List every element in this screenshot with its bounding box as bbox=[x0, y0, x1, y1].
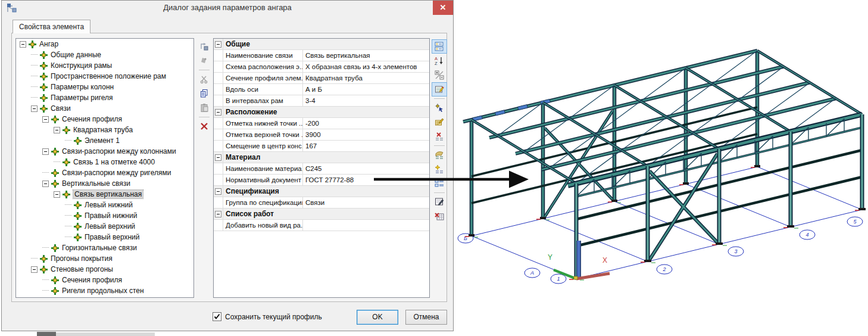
tree-expander-icon[interactable] bbox=[54, 127, 60, 133]
checkbox-box[interactable] bbox=[213, 312, 221, 321]
tree-expander-icon[interactable] bbox=[42, 116, 49, 123]
property-value[interactable]: Связи bbox=[303, 197, 429, 209]
tree-expander-icon[interactable] bbox=[54, 191, 60, 198]
title-bar[interactable]: Диалог задания параметров ангара ✕ bbox=[2, 1, 453, 16]
tree-expander-icon[interactable] bbox=[42, 148, 49, 155]
new-entry-icon[interactable] bbox=[432, 162, 447, 176]
property-value[interactable]: Х образная связь из 4-х элементов bbox=[303, 61, 429, 73]
categorized-view-icon[interactable] bbox=[432, 39, 447, 54]
delete-icon[interactable] bbox=[197, 120, 211, 133]
pick-element-icon[interactable] bbox=[432, 101, 447, 115]
tree-item[interactable]: Связи-распорки между колоннами bbox=[16, 146, 193, 157]
tree-item[interactable]: Ригели продольных стен bbox=[16, 285, 193, 296]
tree-item[interactable]: Связи-распорки между ригелями bbox=[16, 167, 193, 178]
tree-item[interactable]: Правый нижний bbox=[16, 210, 193, 221]
expand-collapse-icon[interactable] bbox=[432, 68, 447, 82]
tree-item[interactable]: Параметры ригеля bbox=[16, 92, 193, 103]
tab-element-properties[interactable]: Свойства элемента bbox=[13, 20, 90, 33]
tree-item[interactable]: Левый верхний bbox=[16, 221, 193, 232]
structure-tree[interactable]: АнгарОбщие данныеКонструкция рамыПростра… bbox=[15, 38, 194, 298]
property-value[interactable]: -200 bbox=[303, 118, 429, 129]
property-value[interactable]: 3900 bbox=[303, 129, 429, 141]
tree-expander-icon[interactable] bbox=[20, 41, 26, 48]
model-viewport-3d[interactable]: БА1 234 5 bbox=[457, 36, 868, 336]
tree-item[interactable]: Связь 1 на отметке 4000 bbox=[16, 157, 193, 167]
tree-item[interactable]: Левый нижний bbox=[16, 200, 193, 210]
copy-icon[interactable] bbox=[197, 87, 211, 100]
cancel-button[interactable]: Отмена bbox=[405, 310, 447, 325]
tree-item-label: Связи-распорки между ригелями bbox=[62, 169, 171, 177]
property-grid[interactable]: ОбщиеНаименование связиСвязь вертикальна… bbox=[213, 38, 430, 298]
tree-expander-icon[interactable] bbox=[42, 181, 49, 187]
dialog-footer: Сохранить текущий профиль OK Отмена bbox=[2, 302, 453, 331]
cut-icon[interactable] bbox=[197, 73, 211, 86]
section-collapse[interactable] bbox=[214, 186, 223, 197]
edit-note-icon[interactable] bbox=[432, 115, 447, 129]
property-label: Смещение в центр конс... bbox=[223, 141, 303, 152]
edit-properties-icon[interactable] bbox=[432, 82, 447, 97]
tree-item[interactable]: Связи bbox=[16, 103, 193, 114]
collapse-icon[interactable] bbox=[215, 188, 221, 195]
section-collapse[interactable] bbox=[214, 107, 223, 118]
paste-icon[interactable] bbox=[197, 101, 211, 114]
tree-connector bbox=[42, 247, 49, 248]
tree-item[interactable]: Квадратная труба bbox=[16, 125, 193, 135]
property-value[interactable]: 167 bbox=[303, 141, 429, 152]
tree-item-label: Ангар bbox=[39, 40, 58, 48]
property-value[interactable]: Связь вертикальная bbox=[303, 50, 429, 61]
row-gutter bbox=[214, 61, 223, 73]
tree-item[interactable]: Связь вертикальная bbox=[16, 189, 193, 200]
sort-az-icon[interactable]: AZ bbox=[432, 54, 447, 68]
tree-item[interactable]: Правый верхний bbox=[16, 232, 193, 242]
svg-text:4: 4 bbox=[805, 232, 808, 238]
tree-node-icon bbox=[51, 244, 59, 252]
tree-item-label: Связи-распорки между колоннами bbox=[62, 147, 176, 155]
property-label: Сечение профиля элем... bbox=[223, 73, 303, 84]
tree-expander-icon[interactable] bbox=[31, 105, 38, 112]
tree-expander-icon[interactable] bbox=[31, 266, 38, 273]
section-collapse[interactable] bbox=[214, 209, 223, 220]
insert-element-icon[interactable] bbox=[197, 40, 211, 53]
tree-item[interactable]: Ангар bbox=[16, 39, 193, 49]
tree-item[interactable]: Элемент 1 bbox=[16, 135, 193, 146]
tree-item[interactable]: Параметры колонн bbox=[16, 82, 193, 92]
property-value[interactable] bbox=[303, 220, 429, 231]
clear-field-icon[interactable] bbox=[432, 129, 447, 144]
screenshot-root: Диалог задания параметров ангара ✕ Свойс… bbox=[0, 0, 868, 336]
property-value[interactable]: А и Б bbox=[303, 84, 429, 95]
tree-selected-highlight: Связь вертикальная bbox=[73, 190, 143, 198]
tree-item[interactable]: Сечения профиля bbox=[16, 275, 193, 285]
collapse-icon[interactable] bbox=[215, 154, 221, 161]
tree-item[interactable]: Сечения профиля bbox=[16, 114, 193, 125]
tree-item-label: Параметры колонн bbox=[51, 83, 114, 91]
tree-item[interactable]: Прогоны покрытия bbox=[16, 253, 193, 264]
front-columns bbox=[576, 114, 862, 279]
save-profile-checkbox[interactable]: Сохранить текущий профиль bbox=[213, 312, 322, 321]
tree-item[interactable]: Горизонтальные связи bbox=[16, 242, 193, 253]
list-entries-icon[interactable] bbox=[432, 176, 447, 191]
tree-item[interactable]: Конструкция рамы bbox=[16, 60, 193, 71]
tree-item[interactable]: Стеновые прогоны bbox=[16, 264, 193, 275]
collapse-icon[interactable] bbox=[215, 109, 221, 116]
tree-connector bbox=[65, 140, 71, 141]
tree-item[interactable]: Вертикальные связи bbox=[16, 178, 193, 189]
ok-button[interactable]: OK bbox=[357, 310, 398, 325]
collapse-icon[interactable] bbox=[215, 41, 221, 48]
apply-note-icon[interactable] bbox=[432, 148, 447, 162]
property-value[interactable]: ГОСТ 27772-88 bbox=[303, 175, 429, 186]
tree-item[interactable]: Пространственное положение рам bbox=[16, 71, 193, 82]
property-value[interactable]: 3-4 bbox=[303, 95, 429, 107]
tree-item-label: Вертикальные связи bbox=[62, 179, 130, 188]
delete-table-entry-icon[interactable] bbox=[432, 209, 447, 223]
property-value[interactable]: Квадратная труба bbox=[303, 73, 429, 84]
tree-item-label: Пространственное положение рам bbox=[51, 72, 166, 80]
collapse-icon[interactable] bbox=[215, 211, 221, 217]
close-icon[interactable]: ✕ bbox=[433, 1, 453, 15]
property-value[interactable]: С245 bbox=[303, 163, 429, 175]
tree-node-icon bbox=[40, 73, 48, 80]
edit-table-icon[interactable] bbox=[432, 195, 447, 209]
attach-icon[interactable] bbox=[197, 54, 211, 67]
section-collapse[interactable] bbox=[214, 39, 223, 50]
section-collapse[interactable] bbox=[214, 152, 223, 163]
tree-item[interactable]: Общие данные bbox=[16, 49, 193, 60]
